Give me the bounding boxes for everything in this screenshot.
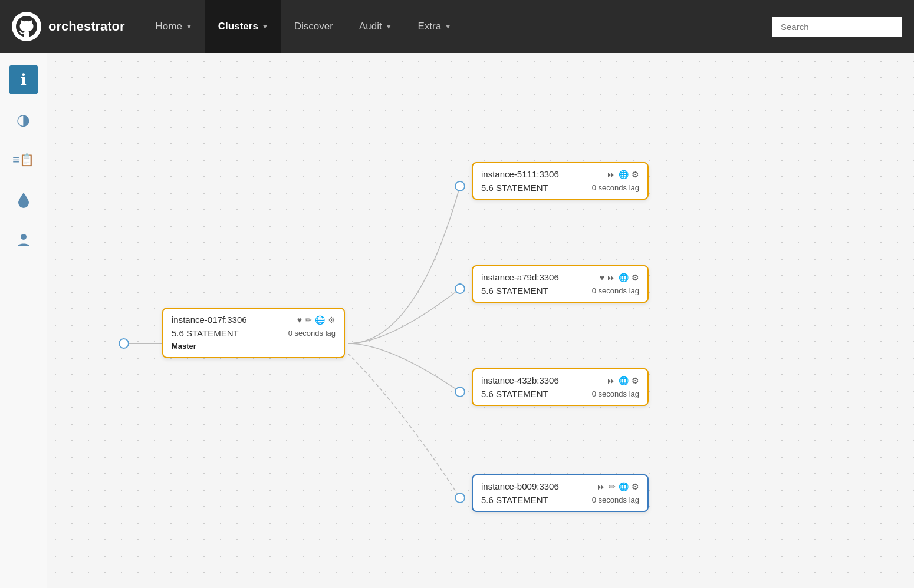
replica1-globe-icon[interactable]: 🌐: [619, 170, 629, 179]
replica1-version: 5.6 STATEMENT: [481, 183, 548, 193]
master-gear-icon[interactable]: ⚙: [328, 315, 336, 325]
connector-replica2: [455, 283, 465, 294]
nav-audit[interactable]: Audit ▼: [346, 0, 405, 53]
replica3-footer: 5.6 STATEMENT 0 seconds lag: [481, 389, 639, 399]
nav-items: Home ▼ Clusters ▼ Discover Audit ▼ Extra…: [143, 0, 772, 53]
master-node-header: instance-017f:3306 ♥ ✏ 🌐 ⚙: [172, 315, 336, 325]
master-edit-icon[interactable]: ✏: [305, 315, 312, 325]
sidebar-user[interactable]: [9, 225, 38, 255]
replica3-header: instance-432b:3306 ⏭ 🌐 ⚙: [481, 375, 639, 385]
nav-audit-arrow: ▼: [386, 23, 392, 30]
replica4-version: 5.6 STATEMENT: [481, 495, 548, 505]
replica4-edit-icon[interactable]: ✏: [609, 482, 616, 491]
replica4-name: instance-b009:3306: [481, 481, 559, 491]
nav-audit-label: Audit: [359, 21, 382, 32]
replica4-node: instance-b009:3306 ⏭ ✏ 🌐 ⚙ 5.6 STATEMENT…: [472, 474, 649, 512]
replica4-header: instance-b009:3306 ⏭ ✏ 🌐 ⚙: [481, 481, 639, 491]
replica3-lag: 0 seconds lag: [592, 389, 639, 398]
connector-replica1: [455, 181, 465, 191]
replica1-header: instance-5111:3306 ⏭ 🌐 ⚙: [481, 169, 639, 179]
master-node-name: instance-017f:3306: [172, 315, 247, 325]
replica3-node: instance-432b:3306 ⏭ 🌐 ⚙ 5.6 STATEMENT 0…: [472, 368, 649, 406]
replica4-lag: 0 seconds lag: [592, 495, 639, 504]
replica2-gear-icon[interactable]: ⚙: [632, 273, 639, 282]
sidebar: ℹ ◑ ≡📋: [0, 53, 47, 588]
replica2-icons: ♥ ⏭ 🌐 ⚙: [600, 273, 639, 282]
nav-discover[interactable]: Discover: [281, 0, 346, 53]
replica3-skip-icon[interactable]: ⏭: [607, 376, 616, 385]
replica1-node: instance-5111:3306 ⏭ 🌐 ⚙ 5.6 STATEMENT 0…: [472, 162, 649, 200]
nav-home-arrow: ▼: [186, 23, 192, 30]
topology-canvas: instance-017f:3306 ♥ ✏ 🌐 ⚙ 5.6 STATEMENT…: [47, 53, 914, 588]
replica4-footer: 5.6 STATEMENT 0 seconds lag: [481, 495, 639, 505]
master-node-lag: 0 seconds lag: [288, 329, 336, 338]
replica4-skip-icon[interactable]: ⏭: [597, 482, 606, 491]
main-area: ℹ ◑ ≡📋: [0, 53, 914, 588]
master-node-icons: ♥ ✏ 🌐 ⚙: [297, 315, 336, 325]
svg-point-0: [21, 234, 27, 240]
navbar: orchestrator Home ▼ Clusters ▼ Discover …: [0, 0, 914, 53]
replica2-skip-icon[interactable]: ⏭: [607, 273, 616, 282]
replica4-icons: ⏭ ✏ 🌐 ⚙: [597, 482, 639, 491]
replica1-footer: 5.6 STATEMENT 0 seconds lag: [481, 183, 639, 193]
connector-replica3: [455, 387, 465, 397]
nav-extra[interactable]: Extra ▼: [405, 0, 465, 53]
master-globe-icon[interactable]: 🌐: [315, 315, 325, 325]
brand[interactable]: orchestrator: [12, 12, 125, 41]
search-input[interactable]: [772, 17, 902, 37]
replica3-name: instance-432b:3306: [481, 375, 559, 385]
replica4-gear-icon[interactable]: ⚙: [632, 482, 639, 491]
replica1-icons: ⏭ 🌐 ⚙: [607, 170, 639, 179]
master-node-version: 5.6 STATEMENT: [172, 328, 239, 338]
sidebar-info[interactable]: ℹ: [9, 65, 38, 94]
nav-home-label: Home: [156, 21, 182, 32]
nav-clusters-label: Clusters: [218, 21, 258, 32]
replica3-gear-icon[interactable]: ⚙: [632, 376, 639, 385]
replica2-name: instance-a79d:3306: [481, 272, 559, 282]
nav-extra-label: Extra: [418, 21, 442, 32]
sidebar-book[interactable]: ≡📋: [9, 145, 38, 174]
nav-extra-arrow: ▼: [445, 23, 451, 30]
replica2-footer: 5.6 STATEMENT 0 seconds lag: [481, 286, 639, 296]
replica3-icons: ⏭ 🌐 ⚙: [607, 376, 639, 385]
master-node-role: Master: [172, 342, 196, 351]
nav-home[interactable]: Home ▼: [143, 0, 205, 53]
brand-name: orchestrator: [48, 19, 125, 34]
master-node: instance-017f:3306 ♥ ✏ 🌐 ⚙ 5.6 STATEMENT…: [162, 308, 345, 358]
replica1-skip-icon[interactable]: ⏭: [607, 170, 616, 179]
sidebar-contrast[interactable]: ◑: [9, 105, 38, 134]
nav-discover-label: Discover: [294, 21, 333, 32]
replica3-version: 5.6 STATEMENT: [481, 389, 548, 399]
replica2-version: 5.6 STATEMENT: [481, 286, 548, 296]
nav-clusters-arrow: ▼: [262, 23, 268, 30]
replica2-globe-icon[interactable]: 🌐: [619, 273, 629, 282]
replica3-globe-icon[interactable]: 🌐: [619, 376, 629, 385]
replica1-name: instance-5111:3306: [481, 169, 559, 179]
github-logo: [12, 12, 41, 41]
replica1-lag: 0 seconds lag: [592, 183, 639, 192]
replica4-globe-icon[interactable]: 🌐: [619, 482, 629, 491]
replica2-node: instance-a79d:3306 ♥ ⏭ 🌐 ⚙ 5.6 STATEMENT…: [472, 265, 649, 303]
master-node-footer: 5.6 STATEMENT 0 seconds lag: [172, 328, 336, 338]
nav-clusters[interactable]: Clusters ▼: [205, 0, 281, 53]
replica2-heart-icon[interactable]: ♥: [600, 273, 604, 282]
replica2-lag: 0 seconds lag: [592, 286, 639, 295]
master-heart-icon[interactable]: ♥: [297, 315, 302, 325]
connector-replica4: [455, 493, 465, 503]
sidebar-drop[interactable]: [9, 185, 38, 214]
entry-connector: [119, 338, 129, 349]
replica1-gear-icon[interactable]: ⚙: [632, 170, 639, 179]
master-node-role-wrapper: Master: [172, 341, 336, 351]
master-node-wrapper: instance-017f:3306 ♥ ✏ 🌐 ⚙ 5.6 STATEMENT…: [162, 318, 176, 348]
replica2-header: instance-a79d:3306 ♥ ⏭ 🌐 ⚙: [481, 272, 639, 282]
